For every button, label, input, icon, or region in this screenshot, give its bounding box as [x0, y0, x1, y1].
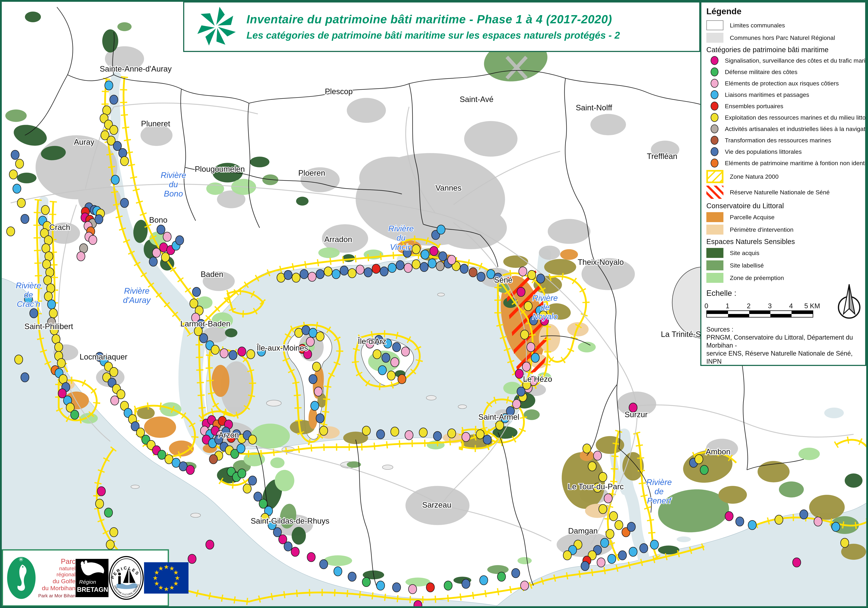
legend-item-label: Limites communales	[730, 22, 785, 29]
area-DG	[225, 328, 237, 337]
heritage-dot-Y	[110, 527, 118, 537]
islet	[131, 485, 140, 488]
legend-item-label: Zone Natura 2000	[730, 173, 778, 180]
conservatoire-header: Conservatoire du Littoral	[706, 202, 860, 210]
islet	[191, 513, 201, 518]
swatch-acquis	[706, 248, 724, 258]
heritage-dot-B	[316, 414, 324, 423]
scale-tick: 2	[747, 302, 750, 310]
urban-area	[436, 207, 507, 249]
svg-text:✳: ✳	[19, 556, 24, 563]
heritage-dot-P	[513, 400, 521, 409]
area-KH	[503, 255, 528, 268]
legend-item-label: Transformation des ressources marines	[725, 137, 831, 144]
heritage-dot-Y	[496, 421, 504, 430]
heritage-dot-P	[77, 252, 85, 261]
legend-item-label: Périmètre d'intervention	[730, 226, 794, 233]
legend-dot-B	[711, 147, 718, 156]
legend-item-label: Site labellisé	[730, 262, 764, 269]
swatch-reserve	[706, 186, 724, 199]
heritage-dot-B	[736, 517, 744, 526]
area-DG	[343, 254, 355, 262]
scale-bar-row	[707, 311, 813, 314]
heritage-dot-C	[13, 184, 21, 193]
heritage-dot-B	[30, 309, 38, 318]
scale-bar-cell	[707, 314, 728, 317]
scale-bar-row	[707, 314, 813, 317]
legend-dot-P	[711, 79, 718, 88]
heritage-dot-Y	[211, 345, 219, 355]
heritage-dot-O	[398, 375, 406, 384]
legend-panel: Légende Limites communalesCommunes hors …	[700, 2, 866, 366]
heritage-dot-Y	[6, 227, 15, 236]
map-place-label: Plescop	[325, 87, 353, 96]
legend-row: Site labellisé	[706, 259, 860, 272]
area-DG	[250, 157, 270, 167]
map-place-label: Saint-Gildas-de-Rhuys	[251, 516, 330, 525]
area-DG	[17, 173, 36, 183]
map-place-label: Saint-Avé	[460, 95, 493, 104]
heritage-dot-Y	[246, 350, 255, 359]
heritage-dot-M	[517, 287, 525, 297]
map-place-label: Theix-Noyalo	[578, 258, 624, 266]
legend-row: Périmètre d'intervention	[706, 223, 860, 236]
legend-row: Défense militaire des côtes	[706, 66, 860, 78]
heritage-dot-C	[629, 547, 637, 557]
heritage-dot-Y	[17, 198, 25, 208]
area-LG	[798, 448, 820, 460]
sources-line: PRNGM, Conservatoire du Littoral, Départ…	[706, 333, 860, 349]
area-KH	[718, 486, 747, 504]
heritage-dot-Y	[49, 309, 57, 318]
legend-dot-G	[711, 67, 718, 76]
legend-row: Communes hors Parc Naturel Régional	[706, 31, 860, 44]
heritage-dot-B	[640, 544, 648, 553]
heritage-dot-C	[480, 575, 488, 585]
map-place-label: Larmor-Baden	[180, 319, 230, 328]
heritage-dot-Y	[528, 271, 536, 280]
heritage-dot-B	[110, 95, 118, 104]
heritage-dot-M	[186, 465, 194, 474]
scale-bar-cell	[792, 314, 813, 317]
heritage-dot-C	[531, 353, 539, 362]
legend-dot-M	[711, 56, 718, 65]
heritage-dot-B	[392, 583, 401, 592]
area-MG	[117, 22, 132, 31]
heritage-dot-Y	[448, 429, 456, 438]
heritage-dot-C	[105, 81, 113, 90]
scale-tick: 4	[789, 302, 793, 310]
heritage-dot-P	[521, 581, 529, 590]
heritage-dot-M	[206, 540, 214, 549]
scale-tick: 1	[725, 302, 729, 310]
scale-bar-cell	[728, 314, 749, 317]
heritage-dot-P	[405, 431, 413, 440]
region-bretagne-icon: RégionBRETAGNE	[76, 559, 108, 597]
heritage-dot-Y	[583, 444, 591, 453]
area-OR	[144, 417, 176, 438]
sources-line: Fonds de plan : BD TOPO © IGN - Contribu…	[706, 365, 860, 366]
map-place-label: Île-d'Arz	[358, 337, 386, 346]
heritage-dot-M	[515, 369, 523, 378]
heritage-dot-P	[404, 263, 412, 272]
islet	[426, 395, 436, 400]
legend-row: Liaisons maritimes et passages	[706, 89, 860, 100]
map-place-label: Baden	[201, 270, 223, 278]
heritage-dot-G	[238, 469, 246, 478]
map-place-label: Saint-Nolff	[576, 103, 612, 112]
heritage-dot-B	[316, 269, 324, 279]
area-MG	[779, 482, 804, 498]
pond	[824, 407, 844, 418]
heritage-dot-Y	[615, 521, 623, 530]
heritage-dot-M	[725, 512, 733, 521]
map-place-label: Plougoumelen	[195, 165, 245, 173]
heritage-dot-B	[149, 257, 157, 266]
heritage-dot-C	[650, 540, 659, 549]
swatch-perimetre	[706, 225, 724, 235]
heritage-dot-C	[332, 269, 340, 279]
legend-row: Parcelle Acquise	[706, 211, 860, 223]
heritage-dot-G	[700, 465, 708, 474]
map-place-label: Arzon	[219, 431, 239, 439]
heritage-dot-C	[608, 554, 616, 563]
heritage-dot-T	[209, 454, 217, 464]
scale-block: Echelle : 012345 KM	[706, 289, 860, 317]
legend-item-label: Signalisation, surveillance des côtes et…	[725, 57, 866, 64]
